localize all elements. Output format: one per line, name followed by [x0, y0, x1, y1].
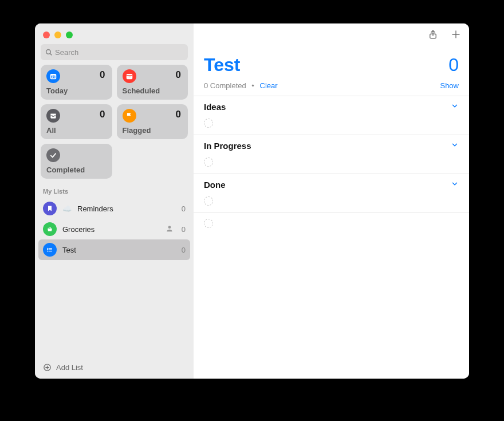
search-icon: [45, 49, 53, 56]
chevron-down-icon[interactable]: [451, 141, 459, 151]
add-list-label: Add List: [56, 363, 83, 372]
svg-point-14: [48, 248, 48, 249]
sidebar-list-test[interactable]: Test 0: [38, 239, 190, 260]
app-window: 14 0 Today 0 Scheduled 0 All: [35, 23, 469, 379]
smart-list-flagged-label: Flagged: [123, 126, 183, 135]
list-total-count: 0: [448, 54, 459, 76]
sidebar-list-label: Reminders: [77, 204, 176, 213]
smart-list-all-label: All: [46, 126, 107, 135]
smart-list-today-label: Today: [46, 86, 107, 95]
cloud-icon: ☁️: [62, 204, 72, 213]
smart-list-all[interactable]: 0 All: [41, 104, 112, 139]
list-title: Test: [204, 54, 240, 76]
chevron-down-icon[interactable]: [451, 102, 459, 112]
section-title: Ideas: [204, 102, 226, 112]
clear-completed-button[interactable]: Clear: [260, 81, 278, 90]
show-completed-button[interactable]: Show: [440, 81, 459, 90]
add-reminder-button[interactable]: [451, 29, 461, 41]
reminder-radio[interactable]: [204, 196, 213, 206]
section-title: Done: [204, 180, 226, 190]
smart-list-flagged-count: 0: [176, 109, 181, 120]
reminder-radio[interactable]: [204, 119, 213, 128]
basket-icon: [43, 222, 57, 236]
sidebar-list-label: Test: [62, 246, 176, 254]
chevron-down-icon[interactable]: [451, 180, 459, 190]
bookmark-icon: [43, 202, 57, 215]
list-icon: [43, 243, 57, 257]
new-reminder-placeholder[interactable]: [194, 115, 469, 135]
plus-circle-icon: [43, 363, 52, 372]
svg-point-0: [46, 49, 51, 54]
sidebar-list-reminders[interactable]: ☁️ Reminders 0: [38, 198, 190, 219]
smart-list-scheduled[interactable]: 0 Scheduled: [117, 65, 188, 100]
section-header-in-progress[interactable]: In Progress: [194, 135, 469, 154]
main-content: Test 0 0 Completed • Clear Show Ideas: [194, 23, 469, 379]
svg-point-16: [48, 251, 48, 251]
plus-icon: [451, 29, 461, 40]
share-icon: [428, 29, 438, 40]
window-controls: [35, 23, 194, 38]
calendar-day-icon: 14: [46, 69, 60, 83]
completed-count-label: 0 Completed: [204, 81, 246, 90]
smart-list-scheduled-label: Scheduled: [123, 86, 183, 95]
new-reminder-placeholder[interactable]: [194, 193, 469, 213]
checkmark-icon: [46, 148, 60, 162]
search-field[interactable]: [41, 44, 188, 60]
sidebar-list-count: 0: [182, 204, 186, 213]
sidebar-list-count: 0: [182, 246, 186, 254]
sidebar-list-label: Groceries: [62, 225, 160, 234]
svg-text:14: 14: [52, 75, 55, 78]
new-reminder-placeholder[interactable]: [194, 213, 469, 234]
fullscreen-window-button[interactable]: [66, 32, 73, 38]
my-lists-header: My Lists: [35, 179, 194, 198]
my-lists: ☁️ Reminders 0 Groceries 0 Test: [35, 198, 194, 260]
svg-line-1: [50, 53, 52, 55]
completed-summary: 0 Completed • Clear: [204, 81, 278, 90]
smart-list-all-count: 0: [100, 109, 105, 120]
svg-point-10: [168, 226, 171, 229]
svg-point-15: [48, 250, 48, 250]
add-list-button[interactable]: Add List: [35, 357, 91, 379]
smart-list-completed-label: Completed: [46, 166, 107, 174]
shared-icon: [166, 225, 174, 234]
smart-list-flagged[interactable]: 0 Flagged: [117, 104, 188, 139]
calendar-icon: [123, 69, 136, 83]
section-header-ideas[interactable]: Ideas: [194, 96, 469, 115]
section-title: In Progress: [204, 141, 251, 151]
sidebar-list-groceries[interactable]: Groceries 0: [38, 219, 190, 239]
smart-list-completed[interactable]: Completed: [41, 144, 112, 179]
smart-list-scheduled-count: 0: [176, 69, 181, 81]
new-reminder-placeholder[interactable]: [194, 154, 469, 174]
minimize-window-button[interactable]: [54, 32, 61, 38]
smart-list-today[interactable]: 14 0 Today: [41, 65, 112, 100]
section-header-done[interactable]: Done: [194, 174, 469, 193]
sidebar-list-count: 0: [182, 225, 186, 234]
smart-list-today-count: 0: [100, 69, 105, 81]
svg-point-8: [129, 77, 129, 77]
svg-point-9: [130, 77, 131, 77]
toolbar: [194, 23, 469, 46]
reminder-radio[interactable]: [204, 158, 213, 167]
svg-point-7: [128, 77, 128, 77]
search-input[interactable]: [55, 48, 183, 57]
flag-icon: [123, 109, 136, 123]
tray-icon: [46, 109, 60, 123]
share-button[interactable]: [428, 29, 438, 42]
sidebar: 14 0 Today 0 Scheduled 0 All: [35, 23, 194, 379]
close-window-button[interactable]: [43, 32, 50, 38]
reminder-radio[interactable]: [204, 219, 213, 228]
